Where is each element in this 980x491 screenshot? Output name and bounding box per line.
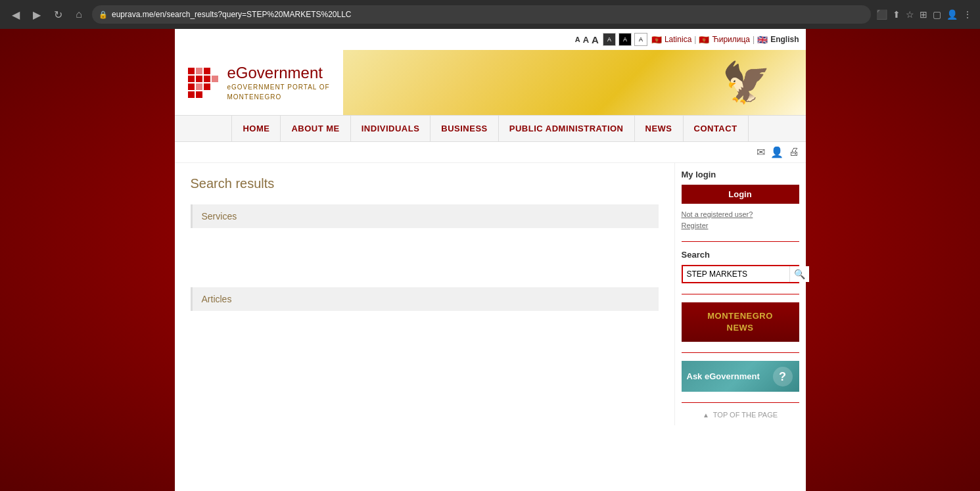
site-subtitle: eGOVERNMENT PORTAL OF MONTENEGRO xyxy=(227,82,330,102)
main-content: Search results Services Articles xyxy=(175,163,674,425)
flag-cyrillic: 🇲🇪 xyxy=(699,35,709,45)
language-links: 🇲🇪 Latinica | 🇲🇪 Ћирилица | 🇬🇧 English xyxy=(651,35,799,45)
window-icon[interactable]: ▢ xyxy=(933,9,941,20)
address-bar[interactable]: 🔒 euprava.me/en/search_results?query=STE… xyxy=(92,5,871,24)
browser-chrome: ◀ ▶ ↻ ⌂ 🔒 euprava.me/en/search_results?q… xyxy=(0,0,980,29)
lang-latinica[interactable]: Latinica xyxy=(665,35,691,44)
articles-section: Articles xyxy=(191,287,659,357)
font-size-controls: A A A xyxy=(575,34,599,45)
articles-header: Articles xyxy=(191,287,659,311)
font-medium-btn[interactable]: A xyxy=(583,35,589,45)
register-link[interactable]: Not a registered user? Register xyxy=(682,209,799,231)
contrast-dark-icon[interactable]: A xyxy=(618,33,632,46)
nav-item-individuals[interactable]: INDIVIDUALS xyxy=(351,116,431,141)
site-title: eGovernment eGOVERNMENT PORTAL OF MONTEN… xyxy=(227,64,330,102)
url-text: euprava.me/en/search_results?query=STEP%… xyxy=(112,10,352,19)
sidebar-divider-2 xyxy=(682,294,799,294)
lock-icon: 🔒 xyxy=(99,11,108,19)
email-icon[interactable]: ✉ xyxy=(757,146,765,158)
menu-icon[interactable]: ⋮ xyxy=(963,9,972,20)
services-header: Services xyxy=(191,204,659,228)
site-name: eGovernment xyxy=(227,64,330,82)
browser-right-icons: ⬛ ⬆ ☆ ⊞ ▢ 👤 ⋮ xyxy=(876,9,972,20)
eagle-emblem: 🦅 xyxy=(688,53,806,112)
site-wrapper: A A A A A A 🇲🇪 Latinica | 🇲🇪 Ћирилица | … xyxy=(175,29,806,491)
search-sidebar-title: Search xyxy=(682,250,799,260)
content-area: Search results Services Articles My logi… xyxy=(175,163,806,425)
utility-bar: A A A A A A 🇲🇪 Latinica | 🇲🇪 Ћирилица | … xyxy=(175,29,806,50)
back-button[interactable]: ◀ xyxy=(8,7,24,22)
search-input[interactable] xyxy=(683,266,789,282)
nav-item-business[interactable]: BUSINESS xyxy=(431,116,498,141)
contrast-normal-icon[interactable]: A xyxy=(603,33,616,46)
refresh-button[interactable]: ↻ xyxy=(50,7,66,22)
home-button[interactable]: ⌂ xyxy=(71,7,87,22)
bookmark-star-icon[interactable]: ☆ xyxy=(906,9,914,20)
services-section: Services xyxy=(191,204,659,274)
nav-item-about-me[interactable]: ABOUT ME xyxy=(281,116,350,141)
contrast-light-icon[interactable]: A xyxy=(634,33,647,46)
sidebar-divider-1 xyxy=(682,241,799,242)
lang-english[interactable]: English xyxy=(770,35,799,44)
sidebar-divider-3 xyxy=(682,352,799,353)
flag-en: 🇬🇧 xyxy=(757,35,768,45)
header-logo-area: eGovernment eGOVERNMENT PORTAL OF MONTEN… xyxy=(175,50,343,115)
extensions-icon[interactable]: ⊞ xyxy=(920,9,927,20)
top-of-page-link[interactable]: ▲ TOP OF THE PAGE xyxy=(682,411,799,419)
nav-item-news[interactable]: NEWS xyxy=(635,116,684,141)
nav-item-contact[interactable]: CONTACT xyxy=(684,116,749,141)
ask-egov-section: Ask eGovernment ? xyxy=(682,361,799,392)
header-banner: 🦅 xyxy=(343,50,806,115)
forward-button[interactable]: ▶ xyxy=(29,7,45,22)
question-mark-icon: ? xyxy=(773,367,793,386)
search-section: Search 🔍 xyxy=(682,250,799,283)
cast-icon[interactable]: ⬛ xyxy=(876,9,887,20)
login-section: My login Login Not a registered user? Re… xyxy=(682,170,799,231)
nav-item-public-administration[interactable]: PUBLIC ADMINISTRATION xyxy=(499,116,635,141)
top-arrow-icon: ▲ xyxy=(703,411,709,419)
lang-cyrillic[interactable]: Ћирилица xyxy=(712,35,750,44)
search-results-title: Search results xyxy=(191,176,659,191)
nav-item-home[interactable]: HOME xyxy=(231,116,281,141)
print-icon[interactable]: 🖨 xyxy=(789,146,799,158)
montenegro-news-section: MONTENEGRO NEWS xyxy=(682,302,799,342)
search-box: 🔍 xyxy=(682,265,799,283)
profile-icon[interactable]: 👤 xyxy=(946,9,958,20)
login-button[interactable]: Login xyxy=(682,185,799,204)
main-nav: HOME ABOUT ME INDIVIDUALS BUSINESS PUBLI… xyxy=(175,116,806,142)
site-header: eGovernment eGOVERNMENT PORTAL OF MONTEN… xyxy=(175,50,806,116)
font-small-btn[interactable]: A xyxy=(575,35,580,43)
logo-grid xyxy=(188,68,218,98)
user-account-icon[interactable]: 👤 xyxy=(770,146,783,158)
ask-egov-button[interactable]: Ask eGovernment ? xyxy=(682,361,799,392)
contrast-controls: A A A xyxy=(603,33,647,46)
montenegro-news-button[interactable]: MONTENEGRO NEWS xyxy=(682,302,799,342)
sidebar: My login Login Not a registered user? Re… xyxy=(674,163,806,425)
share-icon[interactable]: ⬆ xyxy=(893,9,900,20)
sidebar-divider-4 xyxy=(682,402,799,403)
font-large-btn[interactable]: A xyxy=(592,34,599,45)
search-submit-button[interactable]: 🔍 xyxy=(789,266,809,282)
articles-empty-results xyxy=(191,317,659,357)
services-empty-results xyxy=(191,235,659,274)
flag-me: 🇲🇪 xyxy=(651,35,662,45)
action-icons-row: ✉ 👤 🖨 xyxy=(175,142,806,163)
my-login-title: My login xyxy=(682,170,799,179)
